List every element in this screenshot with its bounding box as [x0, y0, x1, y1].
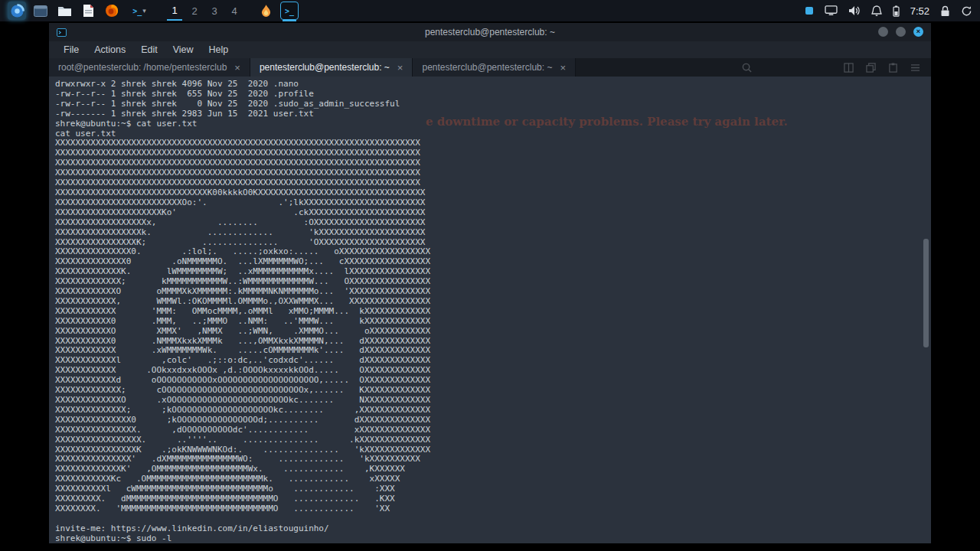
hotspot-launcher-button[interactable]: [256, 2, 275, 20]
terminal-launcher-button[interactable]: >_ ▾: [126, 2, 152, 20]
menu-help[interactable]: Help: [202, 43, 236, 57]
panel-launchers: >_ ▾ 1234 >_: [8, 1, 299, 21]
terminal-tab-2[interactable]: pentesterclub@pentesterclub: ~×: [250, 58, 413, 77]
maximize-button[interactable]: [896, 27, 906, 37]
menu-edit[interactable]: Edit: [134, 43, 165, 57]
hamburger-menu-icon[interactable]: [910, 64, 920, 72]
notifications-bell-icon[interactable]: [871, 5, 882, 17]
window-title: pentesterclub@pentesterclub: ~: [49, 27, 931, 37]
terminal-tab-3[interactable]: pentesterclub@pentesterclub: ~×: [413, 58, 576, 77]
menu-view[interactable]: View: [166, 43, 201, 57]
menu-actions[interactable]: Actions: [87, 43, 132, 57]
desktop: >_ ▾ 1234 >_: [0, 0, 980, 551]
copy-icon[interactable]: [866, 63, 876, 73]
top-panel: >_ ▾ 1234 >_: [0, 0, 980, 21]
tray-indicator-icon[interactable]: [805, 6, 814, 15]
text-editor-launcher-button[interactable]: [79, 2, 97, 20]
tab-close-icon[interactable]: ×: [234, 62, 240, 73]
session-refresh-icon[interactable]: [961, 5, 972, 17]
terminal-icon: >_: [285, 7, 294, 15]
clipboard-icon[interactable]: [888, 63, 898, 73]
minimize-button[interactable]: [878, 27, 888, 37]
menu-bar: FileActionsEditViewHelp: [49, 41, 931, 58]
tab-close-icon[interactable]: ×: [397, 62, 403, 73]
tab-bar: root@pentesterclub: /home/pentesterclub×…: [49, 58, 931, 77]
volume-icon[interactable]: [848, 5, 861, 16]
window-controls: ×: [878, 27, 923, 37]
tab-close-icon[interactable]: ×: [560, 62, 566, 73]
system-tray: 7:52: [805, 5, 972, 17]
flame-icon: [261, 5, 271, 18]
split-view-icon[interactable]: [844, 63, 854, 73]
tab-label: pentesterclub@pentesterclub: ~: [422, 62, 552, 73]
browser-icon: [10, 4, 24, 18]
browser-launcher-button[interactable]: [8, 2, 26, 20]
battery-icon[interactable]: [893, 5, 900, 17]
desktop-switcher-2[interactable]: 2: [187, 1, 202, 21]
desktop-switcher-3[interactable]: 3: [207, 1, 222, 21]
chevron-down-icon: ▾: [142, 7, 146, 15]
file-manager-launcher-button[interactable]: [55, 2, 74, 20]
lock-icon[interactable]: [940, 5, 950, 17]
search-icon[interactable]: [742, 63, 752, 73]
tab-label: root@pentesterclub: /home/pentesterclub: [58, 62, 227, 73]
display-icon[interactable]: [825, 5, 838, 16]
menu-file[interactable]: File: [57, 43, 86, 57]
terminal-task-button[interactable]: >_: [280, 2, 299, 20]
window-app-launcher-button[interactable]: [31, 2, 50, 20]
firefox-icon: [105, 4, 119, 18]
tab-label: pentesterclub@pentesterclub: ~: [260, 62, 390, 73]
terminal-scrollbar[interactable]: [923, 77, 929, 543]
firefox-launcher-button[interactable]: [103, 2, 121, 20]
terminal-window: pentesterclub@pentesterclub: ~ × FileAct…: [49, 23, 931, 543]
terminal-window-icon: [57, 28, 67, 37]
document-icon: [83, 4, 94, 18]
terminal-viewport: e downtime or capacity problems. Please …: [49, 77, 931, 543]
clock[interactable]: 7:52: [910, 5, 929, 17]
terminal-output[interactable]: drwxrwxr-x 2 shrek shrek 4096 Nov 25 202…: [49, 77, 931, 543]
tab-toolbar: [742, 58, 920, 77]
terminal-tab-1[interactable]: root@pentesterclub: /home/pentesterclub×: [49, 58, 250, 77]
tab-list: root@pentesterclub: /home/pentesterclub×…: [49, 58, 576, 77]
window-titlebar[interactable]: pentesterclub@pentesterclub: ~ ×: [49, 23, 931, 41]
desktop-switcher-1[interactable]: 1: [167, 1, 182, 21]
folder-icon: [57, 5, 72, 17]
close-button[interactable]: ×: [913, 27, 923, 37]
desktop-switcher-4[interactable]: 4: [227, 1, 242, 21]
terminal-icon: >_: [132, 7, 142, 15]
scrollbar-thumb[interactable]: [923, 239, 929, 347]
window-icon: [34, 5, 47, 17]
virtual-desktop-pager: 1234: [167, 1, 242, 21]
